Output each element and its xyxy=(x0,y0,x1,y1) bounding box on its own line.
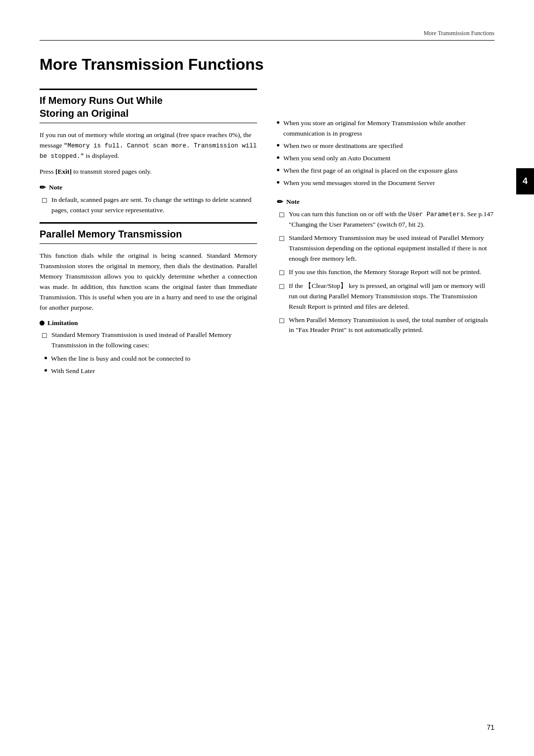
right-note-pencil-icon: ✏ xyxy=(277,197,283,206)
right-note-label: ✏ Note xyxy=(277,197,494,206)
note-item-1: ☐ In default, scanned pages are sent. To… xyxy=(40,195,257,216)
section1-note: ✏ Note ☐ In default, scanned pages are s… xyxy=(40,183,257,216)
right-note-item-3: ☐ If you use this function, the Memory S… xyxy=(277,267,494,278)
bullet-dot-2 xyxy=(44,369,47,372)
right-checkbox-3: ☐ xyxy=(279,268,285,278)
main-content: If Memory Runs Out While Storing an Orig… xyxy=(40,89,494,378)
right-bullet-list: When you store an original for Memory Tr… xyxy=(277,118,494,189)
right-note-item-5: ☐ When Parallel Memory Transmission is u… xyxy=(277,315,494,336)
page-title: More Transmission Functions xyxy=(40,55,494,74)
right-note-item-4: ☐ If the 【Clear/Stop】 key is pressed, an… xyxy=(277,281,494,312)
left-column: If Memory Runs Out While Storing an Orig… xyxy=(40,89,257,378)
right-checkbox-5: ☐ xyxy=(279,316,285,336)
section1-note-label: ✏ Note xyxy=(40,183,257,192)
right-bullet-1: When you store an original for Memory Tr… xyxy=(277,118,494,139)
right-bullet-dot-1 xyxy=(277,121,279,124)
bullet-dot-1 xyxy=(44,357,47,359)
limitation-note-item: ☐ Standard Memory Transmission is used i… xyxy=(40,330,257,351)
section1-heading: If Memory Runs Out While Storing an Orig… xyxy=(40,89,257,123)
right-bullet-dot-2 xyxy=(277,144,279,146)
limitation-section: Limitation ☐ Standard Memory Transmissio… xyxy=(40,319,257,377)
right-bullet-5: When you send messages stored in the Doc… xyxy=(277,178,494,189)
section2-heading: Parallel Memory Transmission xyxy=(40,222,257,244)
checkbox-icon: ☐ xyxy=(42,196,47,216)
limitation-label: Limitation xyxy=(40,319,257,327)
right-checkbox-4: ☐ xyxy=(279,282,285,312)
right-column: When you store an original for Memory Tr… xyxy=(277,89,494,378)
right-bullet-4: When the first page of an original is pl… xyxy=(277,166,494,176)
header-title: More Transmission Functions xyxy=(424,30,494,37)
right-note-item-2: ☐ Standard Memory Transmission may be us… xyxy=(277,233,494,264)
right-bullet-dot-5 xyxy=(277,181,279,184)
bullet-item-1: When the line is busy and could not be c… xyxy=(44,354,257,364)
limitation-bullet-list: When the line is busy and could not be c… xyxy=(44,354,257,377)
bullet-item-2: With Send Later xyxy=(44,366,257,377)
right-bullet-3: When you send only an Auto Document xyxy=(277,153,494,164)
section1-body2: Press [Exit] to transmit stored pages on… xyxy=(40,167,257,177)
section1-body1: If you run out of memory while storing a… xyxy=(40,130,257,162)
page-container: More Transmission Functions 4 More Trans… xyxy=(0,0,534,756)
chapter-tab: 4 xyxy=(516,168,534,194)
right-bullet-dot-4 xyxy=(277,169,279,171)
note-pencil-icon: ✏ xyxy=(40,183,46,192)
right-checkbox-1: ☐ xyxy=(279,210,285,230)
section1-title: If Memory Runs Out While Storing an Orig… xyxy=(40,94,257,120)
checkbox-icon-2: ☐ xyxy=(42,331,47,351)
right-note-section: ✏ Note ☐ You can turn this function on o… xyxy=(277,197,494,336)
right-bullet-dot-3 xyxy=(277,156,279,159)
page-header: More Transmission Functions xyxy=(40,30,494,41)
page-number: 71 xyxy=(487,723,494,731)
right-note-item-1: ☐ You can turn this function on or off w… xyxy=(277,209,494,230)
section2-title: Parallel Memory Transmission xyxy=(40,228,257,240)
right-checkbox-2: ☐ xyxy=(279,234,285,264)
limitation-bullet-icon xyxy=(40,321,44,326)
right-bullet-2: When two or more destinations are specif… xyxy=(277,141,494,151)
section2-body: This function dials while the original i… xyxy=(40,251,257,313)
